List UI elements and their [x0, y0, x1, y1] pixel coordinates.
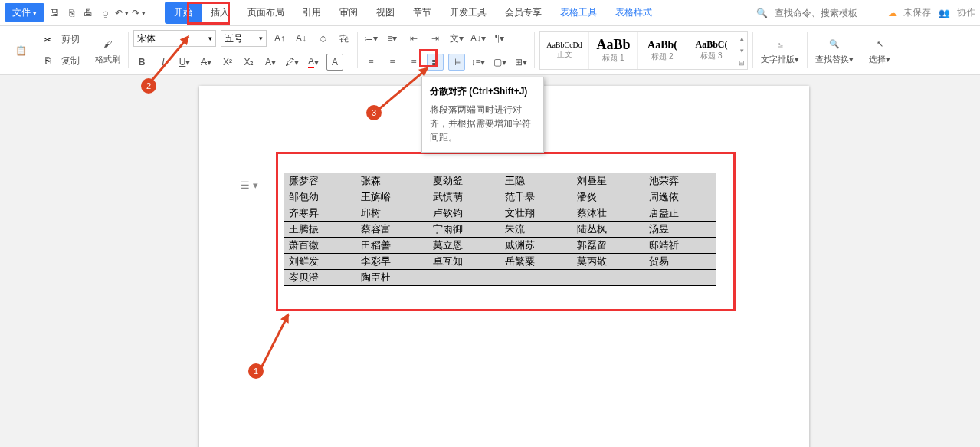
table-cell[interactable]: 王腾振	[284, 222, 356, 238]
table-row[interactable]: 岑贝澄陶臣杜	[284, 270, 716, 286]
paste-button[interactable]: 📋	[9, 41, 32, 61]
table-cell[interactable]: 萧百徽	[284, 238, 356, 254]
table-cell[interactable]: 莫丙敬	[572, 254, 644, 270]
tab-vip[interactable]: 会员专享	[496, 2, 551, 24]
grow-font-icon[interactable]: A↑	[271, 30, 288, 47]
table-cell[interactable]: 文壮翔	[500, 205, 572, 222]
table-cell[interactable]: 潘炎	[572, 189, 644, 205]
borders-button[interactable]: ⊞▾	[513, 54, 529, 71]
number-list-icon[interactable]: ≡▾	[384, 30, 401, 47]
find-replace-button[interactable]: 🔍 查找替换▾	[812, 34, 857, 67]
sort-icon[interactable]: A↓▾	[470, 30, 487, 47]
show-marks-icon[interactable]: ¶▾	[491, 30, 508, 47]
text-effect-button[interactable]: A▾	[262, 54, 279, 71]
font-color-button[interactable]: A▾	[305, 54, 322, 71]
file-menu[interactable]: 文件▾	[5, 3, 44, 22]
style-h2[interactable]: AaBb(标题 2	[638, 32, 687, 69]
align-center-button[interactable]: ≡	[384, 54, 401, 71]
table-row[interactable]: 邹包幼王旃峪武慎萌范千皋潘炎周逸依	[284, 189, 716, 205]
table-cell[interactable]: 唐盎正	[644, 205, 716, 222]
style-h3[interactable]: AaBbC(标题 3	[687, 32, 736, 69]
print-icon[interactable]: 🖶	[81, 6, 95, 20]
tab-insert[interactable]: 插入	[202, 2, 238, 24]
phonetic-icon[interactable]: 㐂	[336, 30, 352, 47]
line-spacing-button[interactable]: ↕≡▾	[470, 54, 487, 71]
table-cell[interactable]: 岑贝澄	[284, 270, 356, 286]
underline-button[interactable]: U▾	[176, 54, 193, 71]
undo-icon[interactable]: ↶▾	[115, 6, 129, 20]
styles-more-icon[interactable]: ⊟	[739, 59, 745, 67]
table-cell[interactable]: 张森	[356, 173, 428, 189]
subscript-button[interactable]: X₂	[241, 54, 257, 71]
select-button[interactable]: ↖ 选择▾	[866, 34, 893, 67]
table-cell[interactable]: 郭磊留	[572, 238, 644, 254]
table-cell[interactable]: 邹包幼	[284, 189, 356, 205]
table-cell[interactable]: 蔡容富	[356, 222, 428, 238]
align-left-button[interactable]: ≡	[362, 54, 379, 71]
tab-pagelayout[interactable]: 页面布局	[238, 2, 293, 24]
table-cell[interactable]	[428, 270, 500, 286]
tab-review[interactable]: 审阅	[330, 2, 367, 24]
table-row[interactable]: 刘鲜发李彩早卓互知岳繁粟莫丙敬贺易	[284, 254, 716, 270]
table-cell[interactable]: 廉梦容	[284, 173, 356, 189]
indent-inc-icon[interactable]: ⇥	[427, 30, 444, 47]
tab-table-tools[interactable]: 表格工具	[551, 2, 606, 24]
clear-format-icon[interactable]: ◇	[314, 30, 331, 47]
names-table[interactable]: 廉梦容张森夏劲釜王隐刘昼星池荣弈邹包幼王旃峪武慎萌范千皋潘炎周逸依齐寒昇邱树卢钦…	[284, 173, 716, 286]
table-cell[interactable]: 武慎萌	[428, 189, 500, 205]
highlight-button[interactable]: 🖍▾	[284, 54, 300, 71]
table-cell[interactable]: 王旃峪	[356, 189, 428, 205]
tab-dev[interactable]: 开发工具	[441, 2, 496, 24]
font-size-select[interactable]: 五号▾	[221, 30, 267, 47]
cut-button[interactable]: 剪切	[58, 31, 83, 48]
table-cell[interactable]: 陶臣杜	[356, 270, 428, 286]
table-row[interactable]: 齐寒昇邱树卢钦钧文壮翔蔡沐壮唐盎正	[284, 205, 716, 222]
table-cell[interactable]: 汤昱	[644, 222, 716, 238]
tab-references[interactable]: 引用	[293, 2, 330, 24]
table-cell[interactable]: 范千皋	[500, 189, 572, 205]
align-distribute-button[interactable]: ⊫	[448, 54, 465, 71]
shrink-font-icon[interactable]: A↓	[293, 30, 310, 47]
table-cell[interactable]: 刘鲜发	[284, 254, 356, 270]
table-cell[interactable]: 莫立恩	[428, 238, 500, 254]
asian-layout-icon[interactable]: 文▾	[448, 30, 465, 47]
table-row[interactable]: 萧百徽田稻善莫立恩戚渊苏郭磊留邸靖祈	[284, 238, 716, 254]
text-layout-button[interactable]: ⎁ 文字排版▾	[758, 34, 802, 67]
table-cell[interactable]: 池荣弈	[644, 173, 716, 189]
collab-icon[interactable]: 👥	[937, 6, 951, 20]
table-cell[interactable]: 齐寒昇	[284, 205, 356, 222]
table-row[interactable]: 廉梦容张森夏劲釜王隐刘昼星池荣弈	[284, 173, 716, 189]
tab-view[interactable]: 视图	[367, 2, 404, 24]
superscript-button[interactable]: X²	[219, 54, 236, 71]
table-cell[interactable]	[644, 270, 716, 286]
shading-button[interactable]: ▢▾	[491, 54, 508, 71]
save-icon[interactable]: 🖫	[48, 6, 61, 20]
table-cell[interactable]: 朱流	[500, 222, 572, 238]
table-cell[interactable]: 刘昼星	[572, 173, 644, 189]
table-cell[interactable]: 周逸依	[644, 189, 716, 205]
table-cell[interactable]: 卢钦钧	[428, 205, 500, 222]
table-cell[interactable]: 蔡沐壮	[572, 205, 644, 222]
indent-dec-icon[interactable]: ⇤	[405, 30, 422, 47]
table-cell[interactable]: 夏劲釜	[428, 173, 500, 189]
styles-up-icon[interactable]: ▴	[740, 35, 744, 42]
styles-gallery[interactable]: AaBbCcDd正文 AaBb标题 1 AaBb(标题 2 AaBbC(标题 3…	[539, 31, 748, 70]
char-border-button[interactable]: A	[326, 54, 343, 71]
preview-icon[interactable]: ⍜	[98, 6, 112, 20]
bold-button[interactable]: B	[133, 54, 150, 71]
command-search-input[interactable]	[775, 8, 882, 18]
format-painter-button[interactable]: 🖌 格式刷	[92, 34, 123, 67]
table-cell[interactable]: 邱树	[356, 205, 428, 222]
table-cell[interactable]: 邸靖祈	[644, 238, 716, 254]
redo-icon[interactable]: ↷▾	[132, 6, 146, 20]
table-cell[interactable]: 戚渊苏	[500, 238, 572, 254]
style-h1[interactable]: AaBb标题 1	[589, 32, 638, 69]
table-cell[interactable]: 田稻善	[356, 238, 428, 254]
tab-section[interactable]: 章节	[404, 2, 441, 24]
strike-button[interactable]: A▾	[198, 54, 215, 71]
tab-table-styles[interactable]: 表格样式	[606, 2, 661, 24]
table-row[interactable]: 王腾振蔡容富宁雨御朱流陆丛枫汤昱	[284, 222, 716, 238]
saveas-icon[interactable]: ⎘	[64, 6, 78, 20]
copy-button[interactable]: 复制	[58, 53, 83, 69]
bullet-list-icon[interactable]: ≔▾	[362, 30, 379, 47]
